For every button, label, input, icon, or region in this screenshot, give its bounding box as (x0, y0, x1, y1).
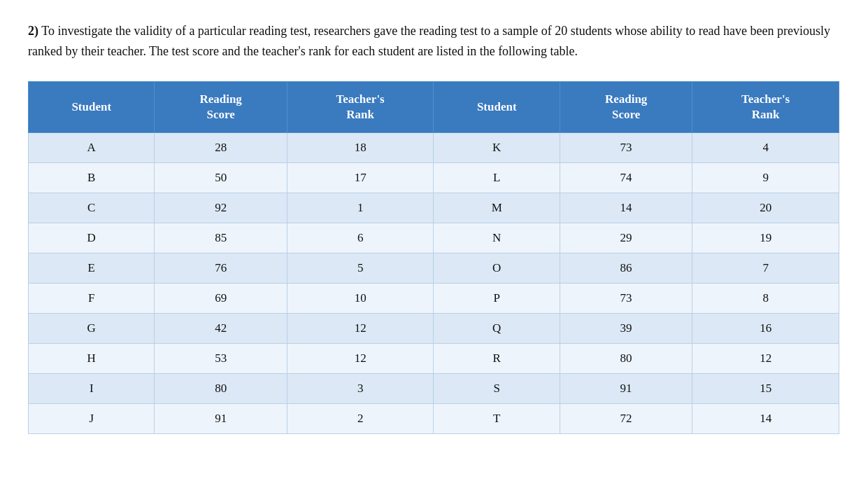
table-cell: 20 (692, 193, 839, 223)
question-number: 2) (28, 24, 38, 38)
table-cell: K (434, 132, 560, 162)
table-cell: B (29, 162, 155, 193)
table-cell: N (434, 223, 560, 253)
table-header-row: Student ReadingScore Teacher'sRank Stude… (29, 81, 839, 132)
table-cell: 8 (692, 283, 839, 313)
table-body: A2818K734B5017L749C921M1420D856N2919E765… (29, 132, 839, 433)
table-cell: 18 (287, 132, 434, 162)
table-wrapper: Student ReadingScore Teacher'sRank Stude… (28, 81, 839, 434)
table-cell: M (434, 193, 560, 223)
table-cell: L (434, 162, 560, 193)
table-cell: 69 (155, 283, 287, 313)
table-cell: 17 (287, 162, 434, 193)
table-cell: 6 (287, 223, 434, 253)
table-cell: A (29, 132, 155, 162)
table-row: B5017L749 (29, 162, 839, 193)
table-cell: Q (434, 313, 560, 343)
table-cell: 12 (692, 343, 839, 373)
table-cell: 39 (560, 313, 692, 343)
table-cell: 5 (287, 253, 434, 283)
col-header-student-1: Student (29, 81, 155, 132)
table-cell: 2 (287, 403, 434, 433)
table-cell: 91 (560, 373, 692, 403)
table-cell: 9 (692, 162, 839, 193)
table-cell: 3 (287, 373, 434, 403)
question-text: 2) To investigate the validity of a part… (28, 21, 839, 62)
table-cell: 91 (155, 403, 287, 433)
table-cell: 85 (155, 223, 287, 253)
table-row: E765O867 (29, 253, 839, 283)
table-cell: 80 (155, 373, 287, 403)
table-cell: 14 (560, 193, 692, 223)
table-cell: 53 (155, 343, 287, 373)
table-cell: 12 (287, 343, 434, 373)
col-header-reading-score-1: ReadingScore (155, 81, 287, 132)
table-row: F6910P738 (29, 283, 839, 313)
table-cell: 19 (692, 223, 839, 253)
table-row: I803S9115 (29, 373, 839, 403)
table-cell: 42 (155, 313, 287, 343)
table-cell: O (434, 253, 560, 283)
table-row: A2818K734 (29, 132, 839, 162)
table-row: H5312R8012 (29, 343, 839, 373)
col-header-teachers-rank-1: Teacher'sRank (287, 81, 434, 132)
table-row: C921M1420 (29, 193, 839, 223)
table-cell: 92 (155, 193, 287, 223)
table-row: D856N2919 (29, 223, 839, 253)
table-cell: 74 (560, 162, 692, 193)
table-cell: 76 (155, 253, 287, 283)
table-cell: R (434, 343, 560, 373)
table-cell: 86 (560, 253, 692, 283)
table-cell: 4 (692, 132, 839, 162)
table-cell: F (29, 283, 155, 313)
col-header-student-2: Student (434, 81, 560, 132)
table-cell: 28 (155, 132, 287, 162)
table-cell: 72 (560, 403, 692, 433)
table-cell: 50 (155, 162, 287, 193)
table-cell: T (434, 403, 560, 433)
table-row: J912T7214 (29, 403, 839, 433)
table-cell: H (29, 343, 155, 373)
table-cell: 7 (692, 253, 839, 283)
table-cell: P (434, 283, 560, 313)
question-body: To investigate the validity of a particu… (28, 24, 830, 58)
table-cell: D (29, 223, 155, 253)
table-cell: 14 (692, 403, 839, 433)
table-cell: I (29, 373, 155, 403)
table-cell: 10 (287, 283, 434, 313)
table-cell: G (29, 313, 155, 343)
table-cell: 80 (560, 343, 692, 373)
table-cell: E (29, 253, 155, 283)
table-cell: 16 (692, 313, 839, 343)
table-cell: 73 (560, 283, 692, 313)
table-cell: 73 (560, 132, 692, 162)
col-header-teachers-rank-2: Teacher'sRank (692, 81, 839, 132)
table-cell: 15 (692, 373, 839, 403)
data-table: Student ReadingScore Teacher'sRank Stude… (28, 81, 839, 434)
table-cell: C (29, 193, 155, 223)
table-cell: 29 (560, 223, 692, 253)
col-header-reading-score-2: ReadingScore (560, 81, 692, 132)
table-cell: 1 (287, 193, 434, 223)
table-cell: S (434, 373, 560, 403)
table-row: G4212Q3916 (29, 313, 839, 343)
table-cell: 12 (287, 313, 434, 343)
table-cell: J (29, 403, 155, 433)
